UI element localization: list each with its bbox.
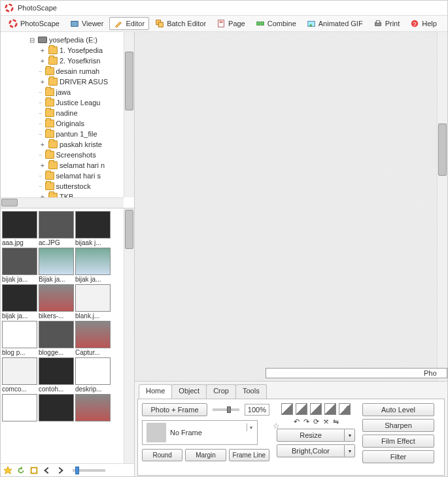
thumbnail[interactable]: bijak ja... [2, 248, 37, 283]
rotate-icon[interactable]: ⟳ [313, 418, 319, 426]
thumbnail[interactable]: bijak ja... [75, 248, 111, 283]
folder-tree[interactable]: ⊟yosefpedia (E:) +1. Yosefpedia +2. Yose… [1, 32, 134, 208]
tree-item[interactable]: sutterstock [56, 182, 91, 190]
effect-icon[interactable] [296, 403, 307, 415]
thumbnail[interactable]: bijaak j... [75, 211, 111, 246]
panel-tab-tools[interactable]: Tools [235, 384, 267, 399]
thumbnail-image [2, 248, 37, 275]
tree-item[interactable]: paskah kriste [60, 140, 102, 148]
tree-item[interactable]: pantun 1_file [56, 130, 97, 138]
tree-item[interactable]: jawa [56, 88, 71, 96]
redo-icon[interactable]: ↷ [303, 418, 309, 426]
tab-print[interactable]: Print [369, 17, 405, 30]
thumbnail[interactable]: bikers-... [39, 284, 74, 320]
zoom-slider[interactable] [213, 408, 239, 411]
chevron-down-icon[interactable]: ▾ [345, 429, 355, 442]
thumbnail[interactable]: deskrip... [75, 357, 111, 393]
margin-button[interactable]: Margin [185, 449, 226, 461]
photo-frame-button[interactable]: Photo + Frame [142, 403, 207, 416]
resize-button[interactable]: Resize▾ [277, 429, 355, 442]
thumbnail[interactable]: blogge... [39, 321, 74, 356]
tab-page[interactable]: Page [212, 17, 250, 30]
tree-item[interactable]: selamat hari n [60, 161, 105, 169]
panel-tab-home[interactable]: Home [139, 384, 172, 399]
star-icon[interactable] [3, 466, 12, 475]
thumbnail[interactable] [39, 394, 74, 422]
tree-item[interactable]: 2. Yosefkrisn [60, 57, 100, 65]
tab-help[interactable]: ?Help [405, 17, 441, 30]
frameline-button[interactable]: Frame Line [229, 449, 269, 461]
thumbnail[interactable]: comco... [2, 357, 37, 393]
effect-icon[interactable] [324, 403, 336, 415]
thumbnail[interactable]: ac.JPG [39, 211, 74, 246]
thumbnail[interactable]: aaa.jpg [2, 211, 37, 246]
thumbnail[interactable] [75, 394, 111, 422]
undo-icon[interactable]: ↶ [294, 418, 300, 426]
chevron-down-icon[interactable]: ▾ [345, 444, 355, 457]
folder-icon [45, 182, 54, 190]
bright-color-button[interactable]: Bright,Color▾ [277, 444, 355, 457]
expand-icon[interactable]: + [39, 162, 46, 169]
thumbnail[interactable]: contoh... [39, 357, 74, 393]
tab-viewer[interactable]: Viewer [65, 17, 108, 30]
collapse-icon[interactable]: ⊟ [28, 37, 36, 44]
thumbnail-label: ac.JPG [39, 238, 74, 246]
tree-item[interactable]: desain rumah [56, 67, 100, 75]
panel-tab-crop[interactable]: Crop [206, 384, 236, 399]
thumb-size-slider[interactable] [73, 469, 105, 472]
arrow-right-icon[interactable] [56, 466, 65, 475]
panel-tab-object[interactable]: Object [171, 384, 207, 399]
auto-level-button[interactable]: Auto Level [362, 403, 434, 416]
favorite-icon[interactable]: ☆ [273, 421, 280, 431]
folder-icon [48, 140, 58, 148]
tab-animated-gif[interactable]: Animated GIF [302, 17, 368, 30]
effect-icon[interactable] [310, 403, 322, 415]
sharpen-button[interactable]: Sharpen [362, 419, 434, 432]
thumbnail[interactable]: blog p... [2, 321, 37, 356]
tree-item[interactable]: nadine [56, 109, 78, 117]
filter-button[interactable]: Filter [362, 450, 434, 463]
mirror-icon[interactable]: ⇋ [333, 418, 339, 426]
main-toolbar: PhotoScape Viewer Editor Batch Editor Pa… [1, 15, 447, 32]
tab-combine[interactable]: Combine [251, 17, 301, 30]
tree-item[interactable]: selamat hari s [56, 172, 101, 180]
thumbnail[interactable]: Captur... [75, 321, 111, 356]
round-button[interactable]: Round [142, 449, 182, 461]
window-title: PhotoScape [18, 4, 57, 12]
tree-hscrollbar[interactable] [1, 197, 124, 208]
editor-panel: Home Object Crop Tools Photo + Frame 100… [135, 382, 447, 476]
thumbnail[interactable]: bijak ja... [2, 284, 37, 320]
tree-root-label[interactable]: yosefpedia (E:) [49, 36, 97, 44]
tab-photoscape[interactable]: PhotoScape [4, 17, 64, 30]
arrow-left-icon[interactable] [43, 466, 52, 475]
thumbnail[interactable]: Bijak ja... [39, 248, 74, 283]
frame-selector[interactable]: No Frame ▾ [142, 420, 258, 445]
tab-batch-editor[interactable]: Batch Editor [150, 17, 211, 30]
tree-item[interactable]: 1. Yosefpedia [60, 46, 103, 54]
tree-item[interactable]: Justice Leagu [56, 99, 101, 107]
thumbs-vscrollbar[interactable] [124, 208, 134, 463]
expand-icon[interactable]: + [39, 58, 46, 65]
frame-swatch [146, 423, 166, 442]
editor-canvas[interactable]: Pho [135, 32, 447, 382]
canvas-vscrollbar[interactable] [437, 32, 447, 381]
tab-editor[interactable]: Editor [109, 17, 149, 30]
expand-icon[interactable]: + [39, 141, 46, 148]
tree-item[interactable]: DRIVER ASUS [60, 78, 108, 86]
zoom-value[interactable]: 100% [245, 404, 269, 416]
thumbnail[interactable]: blank.j... [75, 284, 111, 320]
rotate-icon[interactable] [16, 466, 26, 475]
film-effect-button[interactable]: Film Effect [362, 435, 434, 448]
expand-icon[interactable]: + [39, 78, 46, 86]
effect-icon[interactable] [339, 403, 351, 415]
thumbnail[interactable] [2, 394, 37, 422]
chevron-down-icon[interactable]: ▾ [247, 423, 254, 431]
expand-icon[interactable]: + [39, 47, 46, 54]
tree-vscrollbar[interactable] [124, 32, 134, 197]
flip-icon[interactable]: ⤧ [323, 418, 329, 426]
tree-item[interactable]: Originals [56, 120, 84, 127]
effect-icon[interactable] [281, 403, 293, 415]
tree-item[interactable]: Screenshots [56, 151, 96, 159]
refresh-icon[interactable] [29, 466, 39, 475]
thumbnail-label: bijak ja... [75, 275, 111, 283]
